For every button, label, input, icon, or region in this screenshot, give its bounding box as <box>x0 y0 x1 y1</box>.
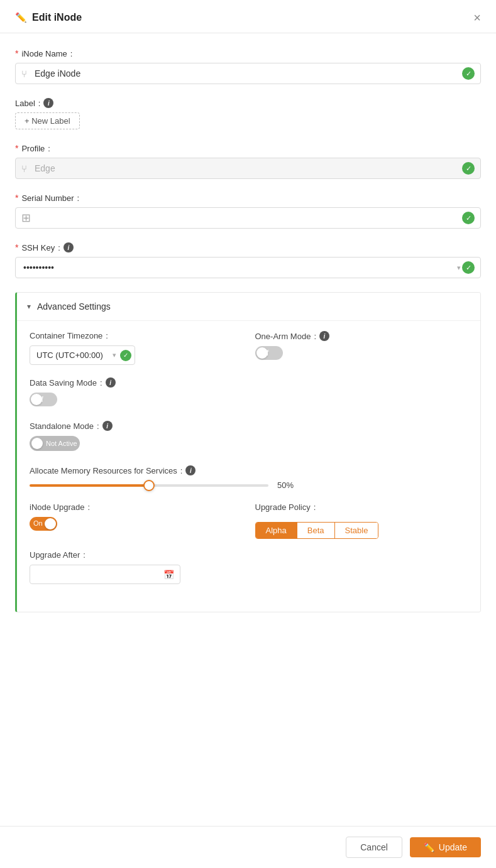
standalone-label: Standalone Mode : i <box>30 421 468 431</box>
new-label-button[interactable]: + New Label <box>15 112 80 129</box>
standalone-state-label: Not Active <box>46 440 77 447</box>
serial-number-input-wrapper: ⊞ ✓ <box>15 207 481 229</box>
policy-alpha-button[interactable]: Alpha <box>256 523 297 538</box>
required-star: * <box>15 48 18 58</box>
label-info-icon: i <box>43 98 53 108</box>
timezone-select[interactable]: UTC (UTC+00:00) <box>30 345 135 365</box>
one-arm-info-icon: i <box>319 331 329 341</box>
label-field: Label : i + New Label <box>15 98 481 129</box>
advanced-settings-title: Advanced Settings <box>37 301 111 312</box>
valid-check-icon: ✓ <box>462 67 475 80</box>
inode-upgrade-toggle-thumb <box>45 518 56 529</box>
profile-label: * Profile : <box>15 143 481 153</box>
inode-name-input-wrapper: ⑂ ✓ <box>15 63 481 84</box>
inode-upgrade-toggle[interactable]: On <box>30 517 57 531</box>
required-star: * <box>15 143 18 153</box>
data-saving-info-icon: i <box>106 377 116 388</box>
memory-resources-field: Allocate Memory Resources for Services :… <box>30 465 468 490</box>
serial-number-input[interactable] <box>15 207 481 229</box>
data-saving-toggle-track: Off <box>30 393 57 406</box>
memory-slider-row: 50% <box>30 480 468 490</box>
policy-stable-button[interactable]: Stable <box>335 523 378 538</box>
modal-header: ✏️ Edit iNode × <box>0 0 496 33</box>
standalone-toggle-track: Not Active <box>30 436 80 451</box>
one-arm-mode-field: One-Arm Mode : i Off <box>255 331 468 365</box>
ssh-key-field: * SSH Key : i ▾ ✓ <box>15 242 481 278</box>
ssh-key-input-wrapper: ▾ ✓ <box>15 257 481 278</box>
profile-input <box>15 158 481 179</box>
profile-field: * Profile : ⑂ ✓ <box>15 143 481 179</box>
advanced-settings-section: ▾ Advanced Settings Container Timezone :… <box>15 292 481 612</box>
calendar-icon: 📅 <box>163 570 174 580</box>
data-saving-mode-field: Data Saving Mode : i Off <box>30 377 468 408</box>
modal-title: ✏️ Edit iNode <box>15 12 82 23</box>
timezone-select-wrapper: UTC (UTC+00:00) ▾ ✓ <box>30 345 135 365</box>
standalone-info-icon: i <box>102 421 113 431</box>
upgrade-label: iNode Upgrade : <box>30 502 243 512</box>
upgrade-toggle-label-text: On <box>33 519 43 527</box>
modal-title-text: Edit iNode <box>32 12 82 23</box>
standalone-mode-field: Standalone Mode : i Not Active <box>30 421 468 453</box>
standalone-toggle[interactable]: Not Active <box>30 436 80 451</box>
ssh-key-input[interactable] <box>15 257 481 278</box>
ssh-info-icon: i <box>63 242 74 252</box>
close-button[interactable]: × <box>473 11 481 24</box>
ssh-valid-check-icon: ✓ <box>462 261 475 274</box>
advanced-settings-header[interactable]: ▾ Advanced Settings <box>17 293 480 320</box>
standalone-toggle-thumb <box>31 438 43 449</box>
label-field-label: Label : i <box>15 98 481 108</box>
required-star: * <box>15 193 18 203</box>
timezone-valid-icon: ✓ <box>120 350 131 361</box>
memory-value: 50% <box>277 480 294 490</box>
required-star: * <box>15 242 18 252</box>
upgrade-after-label: Upgrade After : <box>30 550 468 560</box>
update-button[interactable]: ✏️ Update <box>410 837 481 857</box>
upgrade-row: iNode Upgrade : On Upgrade Policy <box>30 502 468 539</box>
memory-info-icon: i <box>185 465 196 475</box>
modal-body: * iNode Name : ⑂ ✓ Label : i + New Label… <box>0 33 496 826</box>
upgrade-policy-buttons: Alpha Beta Stable <box>255 522 379 539</box>
advanced-settings-body: Container Timezone : UTC (UTC+00:00) ▾ ✓ <box>17 320 480 612</box>
inode-name-input[interactable] <box>15 63 481 84</box>
inode-name-label: * iNode Name : <box>15 48 481 58</box>
profile-valid-check-icon: ✓ <box>462 162 475 175</box>
inode-upgrade-field: iNode Upgrade : On <box>30 502 243 539</box>
upgrade-after-input[interactable] <box>30 565 180 584</box>
upgrade-policy-label: Upgrade Policy : <box>255 502 468 512</box>
timezone-onearm-row: Container Timezone : UTC (UTC+00:00) ▾ ✓ <box>30 331 468 365</box>
edit-inode-modal: ✏️ Edit iNode × * iNode Name : ⑂ ✓ Label… <box>0 0 496 868</box>
memory-slider[interactable] <box>30 484 268 487</box>
upgrade-after-input-wrapper: 📅 <box>30 565 180 584</box>
data-saving-label: Data Saving Mode : i <box>30 377 468 388</box>
timezone-label: Container Timezone : <box>30 331 243 340</box>
container-timezone-field: Container Timezone : UTC (UTC+00:00) ▾ ✓ <box>30 331 243 365</box>
one-arm-label: One-Arm Mode : i <box>255 331 468 341</box>
one-arm-toggle-track: Off <box>255 346 283 360</box>
upgrade-policy-field: Upgrade Policy : Alpha Beta Stable <box>255 502 468 539</box>
one-arm-toggle-label: Off <box>259 349 269 357</box>
inode-upgrade-toggle-track: On <box>30 517 57 531</box>
ssh-key-label: * SSH Key : i <box>15 242 481 252</box>
profile-input-wrapper: ⑂ ✓ <box>15 158 481 179</box>
modal-footer: Cancel ✏️ Update <box>0 826 496 868</box>
cancel-button[interactable]: Cancel <box>346 837 402 858</box>
ssh-dropdown-arrow-icon: ▾ <box>457 264 461 272</box>
data-saving-toggle-label: Off <box>33 395 43 404</box>
update-edit-icon: ✏️ <box>424 842 434 852</box>
edit-pencil-icon: ✏️ <box>15 12 27 23</box>
serial-valid-check-icon: ✓ <box>462 212 475 224</box>
policy-beta-button[interactable]: Beta <box>297 523 335 538</box>
update-label: Update <box>439 842 467 852</box>
inode-name-field: * iNode Name : ⑂ ✓ <box>15 48 481 84</box>
serial-number-label: * Serial Number : <box>15 193 481 203</box>
data-saving-toggle[interactable]: Off <box>30 393 57 406</box>
chevron-down-icon: ▾ <box>27 302 31 311</box>
serial-number-field: * Serial Number : ⊞ ✓ <box>15 193 481 229</box>
upgrade-after-field: Upgrade After : 📅 <box>30 550 468 584</box>
one-arm-toggle[interactable]: Off <box>255 346 283 360</box>
memory-label: Allocate Memory Resources for Services :… <box>30 465 468 475</box>
